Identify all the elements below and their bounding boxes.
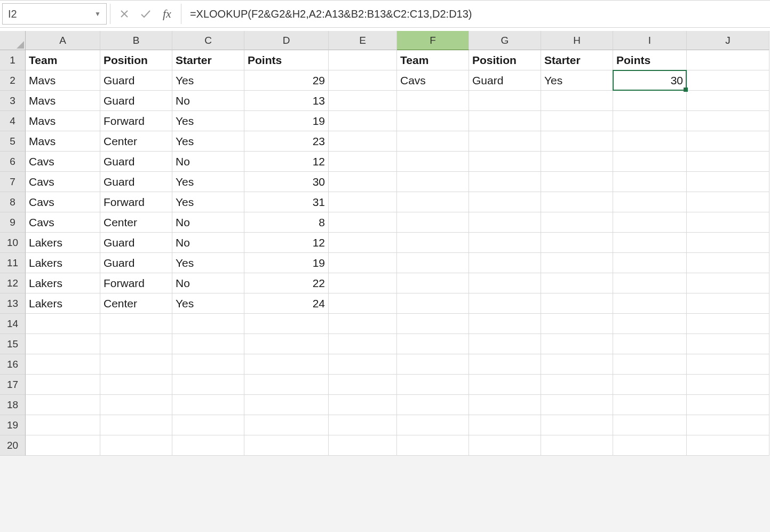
cell-D12[interactable]: 22 bbox=[244, 273, 329, 293]
cell-J15[interactable] bbox=[687, 334, 769, 354]
cell-G5[interactable] bbox=[469, 131, 541, 152]
column-header-G[interactable]: G bbox=[469, 31, 541, 50]
cell-H13[interactable] bbox=[541, 293, 613, 314]
cell-H8[interactable] bbox=[541, 192, 613, 212]
cell-C1[interactable]: Starter bbox=[172, 50, 244, 70]
row-header-10[interactable]: 10 bbox=[0, 233, 26, 253]
cell-B10[interactable]: Guard bbox=[100, 233, 172, 253]
cell-D7[interactable]: 30 bbox=[244, 172, 329, 192]
cell-G9[interactable] bbox=[469, 212, 541, 233]
cell-H5[interactable] bbox=[541, 131, 613, 152]
cell-E16[interactable] bbox=[329, 354, 397, 375]
cell-C16[interactable] bbox=[172, 354, 244, 375]
cell-I14[interactable] bbox=[613, 314, 687, 334]
column-header-E[interactable]: E bbox=[329, 31, 397, 50]
cell-D20[interactable] bbox=[244, 435, 329, 456]
cell-I18[interactable] bbox=[613, 395, 687, 415]
cell-D4[interactable]: 19 bbox=[244, 111, 329, 131]
cell-C8[interactable]: Yes bbox=[172, 192, 244, 212]
row-header-1[interactable]: 1 bbox=[0, 50, 26, 70]
select-all-corner[interactable] bbox=[0, 31, 26, 50]
cell-B3[interactable]: Guard bbox=[100, 91, 172, 111]
cell-B2[interactable]: Guard bbox=[100, 70, 172, 91]
cell-I20[interactable] bbox=[613, 435, 687, 456]
cell-E1[interactable] bbox=[329, 50, 397, 70]
row-header-8[interactable]: 8 bbox=[0, 192, 26, 212]
cell-J18[interactable] bbox=[687, 395, 769, 415]
row-header-20[interactable]: 20 bbox=[0, 435, 26, 456]
cell-B18[interactable] bbox=[100, 395, 172, 415]
cell-F14[interactable] bbox=[397, 314, 469, 334]
cell-D11[interactable]: 19 bbox=[244, 253, 329, 273]
cell-B20[interactable] bbox=[100, 435, 172, 456]
cell-H18[interactable] bbox=[541, 395, 613, 415]
enter-formula-button[interactable] bbox=[135, 4, 156, 24]
name-box[interactable]: I2 ▼ bbox=[2, 3, 107, 25]
cell-I11[interactable] bbox=[613, 253, 687, 273]
cell-B1[interactable]: Position bbox=[100, 50, 172, 70]
cell-F1[interactable]: Team bbox=[397, 50, 469, 70]
cell-A4[interactable]: Mavs bbox=[26, 111, 100, 131]
cell-F3[interactable] bbox=[397, 91, 469, 111]
cell-C15[interactable] bbox=[172, 334, 244, 354]
cell-E2[interactable] bbox=[329, 70, 397, 91]
cell-F15[interactable] bbox=[397, 334, 469, 354]
cell-D1[interactable]: Points bbox=[244, 50, 329, 70]
cell-J11[interactable] bbox=[687, 253, 769, 273]
row-header-3[interactable]: 3 bbox=[0, 91, 26, 111]
column-header-D[interactable]: D bbox=[244, 31, 329, 50]
cell-D5[interactable]: 23 bbox=[244, 131, 329, 152]
cell-J8[interactable] bbox=[687, 192, 769, 212]
cell-G20[interactable] bbox=[469, 435, 541, 456]
cell-J1[interactable] bbox=[687, 50, 769, 70]
cell-E6[interactable] bbox=[329, 152, 397, 172]
cell-F19[interactable] bbox=[397, 415, 469, 435]
cell-E11[interactable] bbox=[329, 253, 397, 273]
cell-G2[interactable]: Guard bbox=[469, 70, 541, 91]
row-header-18[interactable]: 18 bbox=[0, 395, 26, 415]
cell-I7[interactable] bbox=[613, 172, 687, 192]
cell-B9[interactable]: Center bbox=[100, 212, 172, 233]
cell-H1[interactable]: Starter bbox=[541, 50, 613, 70]
cell-E19[interactable] bbox=[329, 415, 397, 435]
name-box-dropdown-icon[interactable]: ▼ bbox=[94, 10, 101, 18]
cell-B16[interactable] bbox=[100, 354, 172, 375]
row-header-4[interactable]: 4 bbox=[0, 111, 26, 131]
cell-I16[interactable] bbox=[613, 354, 687, 375]
cell-J16[interactable] bbox=[687, 354, 769, 375]
cell-B11[interactable]: Guard bbox=[100, 253, 172, 273]
cell-A15[interactable] bbox=[26, 334, 100, 354]
cell-B8[interactable]: Forward bbox=[100, 192, 172, 212]
cell-D13[interactable]: 24 bbox=[244, 293, 329, 314]
column-header-F[interactable]: F bbox=[397, 31, 469, 50]
cell-F10[interactable] bbox=[397, 233, 469, 253]
cell-B17[interactable] bbox=[100, 375, 172, 395]
cell-E4[interactable] bbox=[329, 111, 397, 131]
cell-F2[interactable]: Cavs bbox=[397, 70, 469, 91]
cell-G18[interactable] bbox=[469, 395, 541, 415]
cell-C6[interactable]: No bbox=[172, 152, 244, 172]
cell-I10[interactable] bbox=[613, 233, 687, 253]
cell-D10[interactable]: 12 bbox=[244, 233, 329, 253]
cell-H17[interactable] bbox=[541, 375, 613, 395]
cell-F16[interactable] bbox=[397, 354, 469, 375]
cell-B13[interactable]: Center bbox=[100, 293, 172, 314]
cell-F7[interactable] bbox=[397, 172, 469, 192]
cells-area[interactable]: TeamPositionStarterPointsTeamPositionSta… bbox=[26, 50, 769, 456]
cell-A13[interactable]: Lakers bbox=[26, 293, 100, 314]
cell-C7[interactable]: Yes bbox=[172, 172, 244, 192]
cell-C13[interactable]: Yes bbox=[172, 293, 244, 314]
cell-G13[interactable] bbox=[469, 293, 541, 314]
cell-I13[interactable] bbox=[613, 293, 687, 314]
row-header-13[interactable]: 13 bbox=[0, 293, 26, 314]
cell-J3[interactable] bbox=[687, 91, 769, 111]
cell-G16[interactable] bbox=[469, 354, 541, 375]
cell-G6[interactable] bbox=[469, 152, 541, 172]
cell-B7[interactable]: Guard bbox=[100, 172, 172, 192]
cell-B15[interactable] bbox=[100, 334, 172, 354]
cell-F18[interactable] bbox=[397, 395, 469, 415]
cell-E17[interactable] bbox=[329, 375, 397, 395]
cancel-formula-button[interactable] bbox=[114, 4, 135, 24]
row-header-9[interactable]: 9 bbox=[0, 212, 26, 233]
cell-E9[interactable] bbox=[329, 212, 397, 233]
